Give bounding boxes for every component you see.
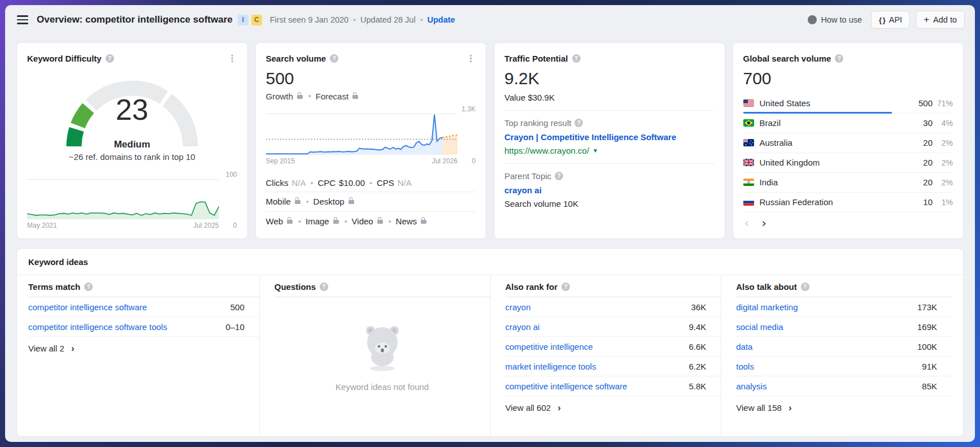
- view-all-also-rank-for[interactable]: View all 602: [506, 403, 561, 413]
- country-name: United Kingdom: [760, 158, 908, 167]
- plus-icon: [924, 14, 929, 25]
- add-to-button[interactable]: Add to: [916, 11, 965, 29]
- view-all-also-talk-about[interactable]: View all 158: [736, 403, 791, 413]
- country-list: United States50071%Brazil304%Australia20…: [743, 94, 953, 212]
- kd-history-chart: 100 0 May 2021 Jul 2025: [27, 179, 237, 229]
- top-result-url[interactable]: https://www.crayon.co/: [504, 146, 715, 155]
- x-axis-end: Jul 2025: [193, 222, 219, 229]
- country-row: Brazil304%: [743, 114, 953, 133]
- card-title: Keyword Difficulty: [27, 54, 102, 63]
- keyword-volume: 6.6K: [689, 342, 706, 351]
- keyword-link[interactable]: competitive intelligence: [506, 342, 682, 351]
- top-ranking-label: Top ranking result: [504, 118, 571, 128]
- y-axis-min: 0: [459, 157, 476, 165]
- lock-icon: [333, 220, 339, 224]
- help-icon[interactable]: [330, 54, 338, 63]
- y-axis-min: 0: [220, 222, 237, 229]
- next-page-icon[interactable]: ›: [761, 217, 766, 229]
- search-volume-card: Search volume 500 Growth Forecast 1.3K 0…: [255, 42, 487, 239]
- keyword-volume: 85K: [922, 381, 937, 391]
- help-icon[interactable]: [555, 172, 563, 180]
- separator-dot: [420, 15, 423, 24]
- search-volume-chart: 1.3K 0 Sep 2015 Jul 2026: [266, 114, 476, 165]
- keyword-volume: 9.4K: [689, 322, 706, 332]
- keyword-row: competitor intelligence software tools0–…: [28, 317, 259, 337]
- column-title: Questions: [275, 282, 316, 292]
- country-volume: 20: [908, 138, 933, 147]
- country-percent: 2%: [933, 138, 953, 147]
- lock-icon: [349, 200, 354, 204]
- help-icon[interactable]: [572, 54, 581, 63]
- help-icon[interactable]: [106, 54, 114, 63]
- y-axis-max: 100: [220, 171, 237, 179]
- prev-page-icon[interactable]: ‹: [744, 217, 750, 229]
- keyword-volume: 5.8K: [689, 381, 706, 391]
- api-button[interactable]: API: [871, 11, 910, 29]
- help-icon[interactable]: [561, 283, 570, 291]
- chevron-right-icon: [789, 403, 792, 413]
- commercial-intent-badge[interactable]: C: [251, 15, 262, 25]
- keyword-link[interactable]: data: [736, 342, 911, 351]
- country-row: United Kingdom202%: [743, 153, 953, 173]
- keyword-link[interactable]: tools: [736, 362, 915, 371]
- global-volume-value: 700: [743, 69, 953, 89]
- mobile-desktop-row[interactable]: Mobile Desktop: [266, 192, 476, 211]
- column-title: Also talk about: [736, 282, 797, 292]
- view-all-terms-match[interactable]: View all 2: [28, 344, 75, 353]
- keyword-row: tools91K: [736, 357, 952, 376]
- keyword-link[interactable]: crayon ai: [506, 322, 682, 332]
- keyword-volume: 169K: [917, 322, 937, 332]
- help-icon[interactable]: [574, 119, 583, 127]
- country-name: India: [760, 177, 908, 187]
- keyword-link[interactable]: competitor intelligence software: [28, 302, 224, 312]
- update-link[interactable]: Update: [428, 15, 455, 24]
- separator-dot: [308, 92, 311, 101]
- keyword-link[interactable]: competitor intelligence software tools: [28, 322, 219, 332]
- country-percent: 71%: [933, 99, 953, 108]
- help-icon[interactable]: [835, 54, 843, 63]
- keyword-volume: 6.2K: [689, 362, 706, 371]
- keyword-link[interactable]: analysis: [736, 381, 915, 391]
- more-options-icon[interactable]: [466, 54, 476, 63]
- country-name: Russian Federation: [760, 197, 908, 207]
- serp-types-row[interactable]: Web Image Video News: [266, 211, 476, 231]
- top-result-link[interactable]: Crayon | Competitive Intelligence Softwa…: [504, 132, 715, 142]
- card-title: Global search volume: [743, 54, 831, 63]
- top-bar: Overview: competitor intelligence softwa…: [5, 5, 975, 34]
- forecast-label[interactable]: Forecast: [316, 92, 349, 101]
- clicks-cpc-cps-row: ClicksN/A CPC$10.00 CPSN/A: [266, 175, 476, 192]
- keyword-volume: 91K: [922, 362, 937, 371]
- gb-flag-icon: [743, 159, 754, 166]
- keyword-link[interactable]: crayon: [506, 302, 685, 312]
- lock-icon: [297, 95, 303, 99]
- country-row: Australia202%: [743, 133, 953, 153]
- x-axis-start: Sep 2015: [266, 157, 295, 165]
- keyword-volume: 173K: [917, 302, 937, 312]
- keyword-link[interactable]: social media: [736, 322, 911, 332]
- keyword-link[interactable]: digital marketing: [736, 302, 911, 312]
- help-icon[interactable]: [320, 283, 328, 291]
- growth-label[interactable]: Growth: [266, 92, 293, 101]
- parent-topic-link[interactable]: crayon ai: [504, 185, 715, 195]
- keyword-row: digital marketing173K: [736, 297, 952, 317]
- informational-intent-badge[interactable]: I: [238, 15, 249, 25]
- help-icon[interactable]: [801, 283, 809, 291]
- braces-icon: [879, 15, 885, 24]
- help-icon[interactable]: [84, 283, 93, 291]
- separator-dot: [353, 15, 356, 24]
- y-axis-max: 1.3K: [459, 105, 476, 113]
- keyword-link[interactable]: competitive intelligence software: [506, 381, 682, 391]
- ru-flag-icon: [743, 198, 754, 206]
- more-options-icon[interactable]: [228, 54, 237, 63]
- keyword-row: social media169K: [736, 317, 952, 337]
- menu-icon[interactable]: [13, 10, 32, 29]
- us-flag-icon: [743, 99, 754, 107]
- keyword-ideas-card: Keyword ideas Terms match competitor int…: [16, 248, 964, 437]
- kd-level: Medium: [58, 139, 207, 150]
- country-pagination: ‹ ›: [743, 214, 953, 229]
- keyword-link[interactable]: market intelligence tools: [506, 362, 682, 371]
- x-axis-start: May 2021: [27, 222, 57, 229]
- questions-column: Questions: [259, 275, 490, 436]
- how-to-use-link[interactable]: How to use: [821, 15, 862, 24]
- country-volume: 10: [908, 197, 933, 207]
